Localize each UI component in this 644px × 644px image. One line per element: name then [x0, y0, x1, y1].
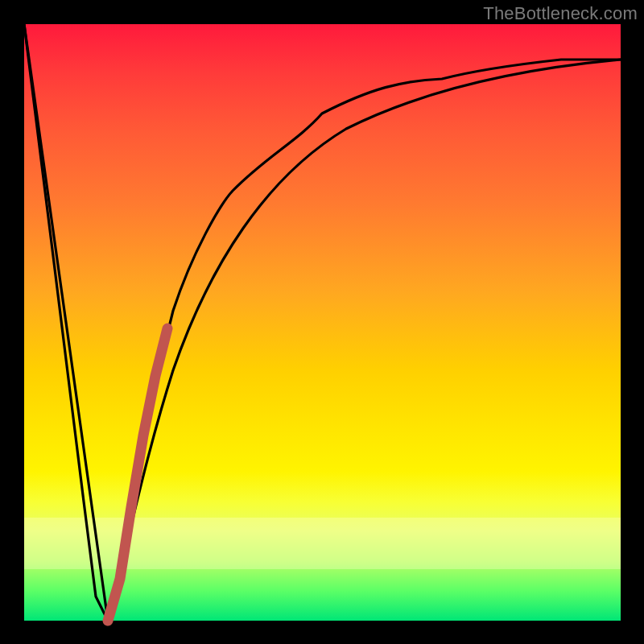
plot-area: [24, 24, 621, 621]
chart-frame: TheBottleneck.com: [0, 0, 644, 644]
bottleneck-curve: [24, 24, 621, 621]
curve-layer: [24, 24, 621, 621]
highlight-segment: [108, 328, 167, 621]
watermark-text: TheBottleneck.com: [483, 3, 638, 24]
